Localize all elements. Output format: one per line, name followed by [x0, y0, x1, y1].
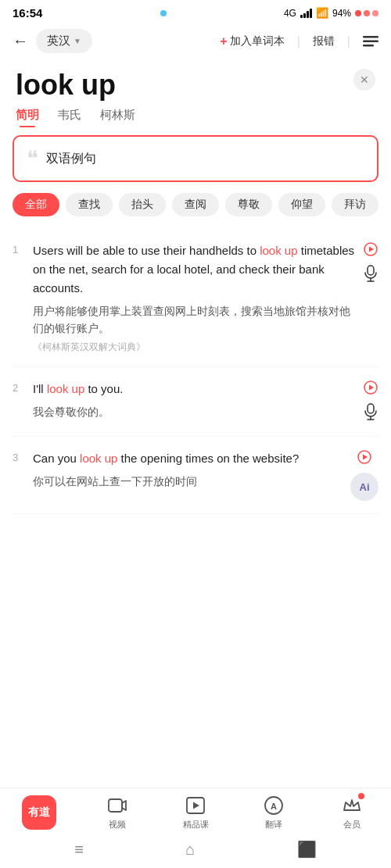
signal-icon — [300, 9, 312, 18]
nav-item-member[interactable]: 会员 — [313, 795, 391, 830]
network-type: 4G — [284, 8, 296, 19]
status-indicator — [160, 10, 167, 16]
dict-selector[interactable]: 英汉 ▼ — [36, 29, 92, 53]
menu-icon — [363, 36, 378, 47]
svg-text:A: A — [271, 802, 277, 811]
nav-item-video[interactable]: 视频 — [78, 795, 156, 830]
example-actions — [363, 241, 378, 282]
example-number: 2 — [13, 382, 25, 394]
filter-tag-raisehead[interactable]: 抬头 — [119, 193, 166, 216]
translate-label: 翻译 — [265, 819, 282, 830]
bottom-bar: ≡ ⌂ ⬛ — [0, 834, 391, 868]
filter-tags: 全部 查找 抬头 查阅 尊敬 仰望 拜访 — [0, 193, 391, 216]
bottom-nav-items: 有道 视频 精品课 — [0, 788, 391, 834]
svg-rect-2 — [363, 45, 374, 47]
example-actions: Ai — [350, 449, 378, 501]
notification-dot — [358, 793, 364, 799]
filter-tag-browse[interactable]: 查阅 — [172, 193, 219, 216]
example-content: I'll look up to you. 我会尊敬你的。 — [33, 380, 355, 423]
example-english: Can you look up the opening times on the… — [33, 449, 343, 468]
plus-icon: + — [220, 34, 227, 48]
translate-circle-icon: A — [264, 795, 284, 816]
play-button[interactable] — [357, 449, 372, 465]
play-icon — [357, 449, 372, 465]
filter-tag-lookup[interactable]: 仰望 — [278, 193, 325, 216]
chevron-down-icon: ▼ — [74, 37, 81, 45]
play-icon — [363, 380, 378, 395]
play-button[interactable] — [363, 380, 378, 395]
home-button[interactable]: 有道 — [0, 795, 78, 830]
table-row: 3 Can you look up the opening times on t… — [13, 437, 378, 514]
translate-icon: A — [263, 795, 285, 816]
microphone-icon — [363, 403, 378, 420]
table-row: 2 I'll look up to you. 我会尊敬你的。 — [13, 367, 378, 437]
word-title: look up — [16, 69, 116, 102]
home-bar-icon[interactable]: ⌂ — [185, 841, 195, 859]
filter-tag-search[interactable]: 查找 — [66, 193, 113, 216]
video-camera-icon — [107, 795, 127, 816]
example-chinese: 我会尊敬你的。 — [33, 403, 355, 420]
table-row: 1 Users will be able to use their handhe… — [13, 229, 378, 367]
svg-rect-1 — [363, 40, 378, 42]
quote-icon: ❝ — [27, 148, 38, 170]
video-label: 视频 — [109, 819, 126, 830]
svg-rect-9 — [109, 799, 122, 812]
add-word-label: 加入单词本 — [230, 34, 285, 48]
battery-dots — [355, 10, 378, 16]
nav-item-course[interactable]: 精品课 — [156, 795, 235, 830]
bilingual-label: 双语例句 — [46, 151, 96, 167]
tab-jianjian[interactable]: 简明 — [16, 108, 39, 127]
course-icon — [185, 795, 206, 816]
wifi-icon: 📶 — [316, 7, 328, 19]
mic-button[interactable] — [363, 403, 378, 420]
report-button[interactable]: 报错 — [313, 34, 335, 48]
example-number: 3 — [13, 452, 25, 463]
filter-tag-visit[interactable]: 拜访 — [332, 193, 378, 216]
example-source: 《柯林斯英汉双解大词典》 — [33, 341, 355, 354]
status-bar: 16:54 4G 📶 94% — [0, 0, 391, 23]
bilingual-box: ❝ 双语例句 — [13, 135, 378, 182]
tab-weishi[interactable]: 韦氏 — [58, 108, 81, 127]
course-label: 精品课 — [183, 819, 209, 830]
play-button[interactable] — [363, 241, 378, 257]
example-english: Users will be able to use their handheld… — [33, 241, 355, 298]
example-number: 1 — [13, 244, 25, 255]
video-icon — [106, 795, 128, 816]
example-chinese: 用户将能够使用掌上装置查阅网上时刻表，搜索当地旅馆并核对他们的银行账户。 — [33, 302, 355, 338]
member-label: 会员 — [343, 819, 361, 830]
tab-kelins[interactable]: 柯林斯 — [100, 108, 135, 127]
close-button[interactable]: ✕ — [353, 69, 375, 91]
example-list: 1 Users will be able to use their handhe… — [0, 229, 391, 514]
add-word-button[interactable]: + 加入单词本 — [220, 34, 284, 48]
play-circle-icon — [185, 795, 206, 816]
status-right: 4G 📶 94% — [284, 7, 378, 19]
example-content: Can you look up the opening times on the… — [33, 449, 343, 493]
recent-bar-icon[interactable]: ⬛ — [297, 840, 317, 859]
word-header: look up ✕ — [0, 59, 391, 108]
highlight-word: look up — [80, 452, 117, 465]
menu-bar-icon[interactable]: ≡ — [74, 841, 84, 859]
youdao-logo: 有道 — [22, 795, 56, 830]
dict-selector-label: 英汉 — [47, 34, 70, 48]
dict-tabs: 简明 韦氏 柯林斯 — [0, 108, 391, 127]
svg-rect-0 — [363, 36, 378, 38]
svg-rect-3 — [368, 266, 374, 275]
highlight-word: look up — [260, 244, 297, 257]
youdao-label: 有道 — [28, 805, 50, 820]
ai-button[interactable]: Ai — [350, 473, 378, 501]
back-button[interactable]: ← — [13, 32, 28, 50]
filter-tag-respect[interactable]: 尊敬 — [225, 193, 272, 216]
more-button[interactable] — [363, 36, 378, 47]
play-icon — [363, 241, 378, 257]
bottom-nav: 有道 视频 精品课 — [0, 788, 391, 868]
highlight-word: look up — [47, 382, 84, 395]
member-icon — [341, 795, 363, 816]
example-english: I'll look up to you. — [33, 380, 355, 398]
nav-bar: ← 英汉 ▼ + 加入单词本 | 报错 | — [0, 23, 391, 59]
filter-tag-all[interactable]: 全部 — [13, 193, 59, 216]
mic-button[interactable] — [363, 265, 378, 282]
microphone-icon — [363, 265, 378, 282]
ai-label: Ai — [360, 481, 370, 493]
example-chinese: 你可以在网站上查一下开放的时间 — [33, 473, 343, 490]
nav-item-translate[interactable]: A 翻译 — [235, 795, 313, 830]
